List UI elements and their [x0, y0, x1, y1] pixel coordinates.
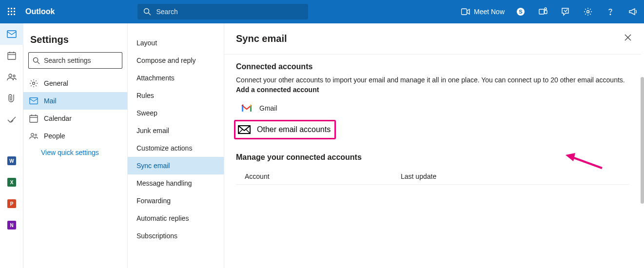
svg-line-10 [149, 13, 151, 16]
category-label: Mail [44, 97, 57, 105]
rail-files-icon[interactable] [0, 88, 23, 109]
subnav-message-handling[interactable]: Message handling [128, 174, 224, 192]
category-label: Calendar [44, 115, 72, 122]
subnav-rules[interactable]: Rules [128, 87, 224, 104]
settings-search-placeholder: Search settings [44, 57, 91, 64]
col-last-update: Last update [401, 172, 436, 180]
scrollbar[interactable] [641, 77, 644, 204]
megaphone-icon[interactable] [622, 0, 644, 23]
svg-point-18 [610, 14, 611, 15]
subnav-attachments[interactable]: Attachments [128, 69, 224, 87]
svg-rect-0 [8, 8, 9, 9]
rail-todo-icon[interactable] [0, 109, 23, 131]
svg-point-17 [587, 11, 589, 13]
rail-powerpoint-icon[interactable]: P [0, 193, 23, 214]
subnav-junk-email[interactable]: Junk email [128, 122, 224, 139]
my-day-icon[interactable] [554, 0, 577, 23]
category-calendar[interactable]: Calendar [23, 110, 127, 127]
option-label: Other email accounts [257, 125, 331, 134]
svg-point-24 [9, 74, 12, 77]
svg-rect-6 [8, 14, 9, 15]
help-icon[interactable] [599, 0, 622, 23]
envelope-icon [237, 125, 251, 134]
rail-calendar-icon[interactable] [0, 45, 23, 66]
svg-rect-11 [461, 9, 467, 15]
global-search-input[interactable]: Search [137, 4, 308, 19]
svg-line-35 [38, 61, 39, 63]
svg-point-42 [31, 134, 34, 136]
svg-text:P: P [10, 201, 13, 207]
subnav-subscriptions[interactable]: Subscriptions [128, 227, 224, 245]
svg-rect-3 [8, 11, 9, 12]
svg-rect-4 [11, 11, 12, 12]
rail-word-icon[interactable]: W [0, 150, 23, 172]
category-label: People [44, 132, 65, 140]
settings-subnav-column: Layout Compose and reply Attachments Rul… [128, 23, 224, 268]
settings-categories-column: Settings Search settings General Mail Ca… [23, 23, 128, 268]
calendar-icon [29, 114, 38, 123]
svg-rect-8 [14, 14, 15, 15]
left-rail: W X P N [0, 23, 23, 268]
add-gmail-option[interactable]: Gmail [236, 98, 629, 118]
subnav-sync-email[interactable]: Sync email [128, 157, 224, 174]
gmail-icon [240, 104, 254, 112]
svg-rect-2 [14, 8, 15, 9]
view-quick-settings-link[interactable]: View quick settings [23, 145, 127, 156]
mail-icon [29, 96, 38, 105]
rail-people-icon[interactable] [0, 66, 23, 88]
category-mail[interactable]: Mail [23, 92, 127, 110]
category-people[interactable]: People [23, 127, 127, 145]
settings-gear-icon[interactable] [577, 0, 599, 23]
connected-accounts-description: Connect your other accounts to import yo… [236, 76, 629, 84]
svg-point-25 [13, 75, 15, 77]
svg-rect-14 [539, 9, 544, 14]
people-icon [29, 132, 38, 140]
svg-text:N: N [10, 223, 13, 228]
search-icon [33, 57, 40, 64]
app-launcher-icon[interactable] [0, 0, 23, 23]
connected-accounts-heading: Connected accounts [236, 62, 629, 71]
svg-point-43 [35, 134, 37, 136]
divider [224, 54, 641, 55]
accounts-table-header: Account Last update [236, 167, 629, 185]
meet-now-button[interactable]: Meet Now [461, 8, 505, 16]
banner-actions: Meet Now S [461, 0, 644, 23]
subnav-forwarding[interactable]: Forwarding [128, 192, 224, 210]
close-button[interactable] [624, 34, 631, 43]
subnav-compose-reply[interactable]: Compose and reply [128, 52, 224, 69]
svg-text:S: S [519, 9, 522, 15]
settings-title: Settings [23, 34, 127, 52]
subnav-layout[interactable]: Layout [128, 34, 224, 52]
subnav-sweep[interactable]: Sweep [128, 104, 224, 122]
page-title: Sync email [236, 33, 629, 44]
svg-rect-7 [11, 14, 12, 15]
gear-icon [29, 79, 38, 88]
svg-text:X: X [10, 180, 13, 185]
svg-rect-15 [545, 10, 547, 14]
subnav-customize-actions[interactable]: Customize actions [128, 139, 224, 157]
rail-onenote-icon[interactable]: N [0, 214, 23, 236]
add-other-email-option[interactable]: Other email accounts [234, 120, 336, 139]
settings-search-input[interactable]: Search settings [28, 52, 122, 69]
meet-now-label: Meet Now [474, 8, 505, 16]
add-account-label: Add a connected account [236, 86, 629, 94]
rail-mail-icon[interactable] [0, 23, 23, 45]
settings-panel: Settings Search settings General Mail Ca… [23, 23, 644, 268]
svg-rect-20 [8, 53, 16, 59]
svg-rect-38 [30, 115, 38, 122]
svg-rect-19 [7, 31, 16, 38]
search-icon [143, 8, 151, 16]
svg-rect-5 [14, 11, 15, 12]
col-account: Account [245, 172, 401, 180]
svg-rect-1 [11, 8, 12, 9]
search-placeholder: Search [156, 8, 177, 16]
category-label: General [44, 79, 68, 87]
close-icon [624, 34, 631, 41]
rail-excel-icon[interactable]: X [0, 172, 23, 193]
category-general[interactable]: General [23, 75, 127, 92]
teams-icon[interactable] [532, 0, 554, 23]
subnav-automatic-replies[interactable]: Automatic replies [128, 210, 224, 227]
svg-point-9 [144, 9, 149, 14]
option-label: Gmail [259, 104, 277, 112]
skype-icon[interactable]: S [509, 0, 532, 23]
